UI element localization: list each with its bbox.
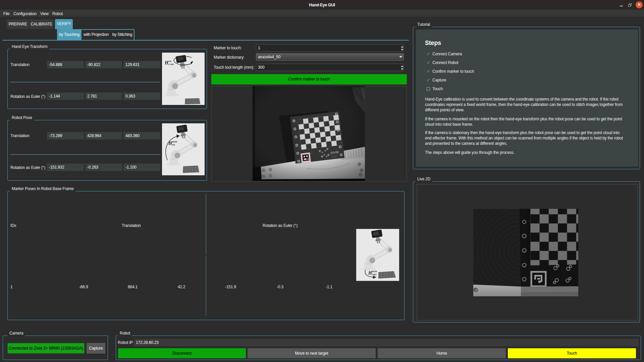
svg-text:ROB: ROB bbox=[372, 270, 377, 273]
svg-text:ROB: ROB bbox=[172, 140, 177, 143]
svg-text:EE: EE bbox=[172, 143, 175, 146]
svg-text:OBJ: OBJ bbox=[372, 273, 377, 276]
svg-text:CAM: CAM bbox=[168, 63, 174, 66]
svg-text:EE: EE bbox=[168, 60, 172, 63]
